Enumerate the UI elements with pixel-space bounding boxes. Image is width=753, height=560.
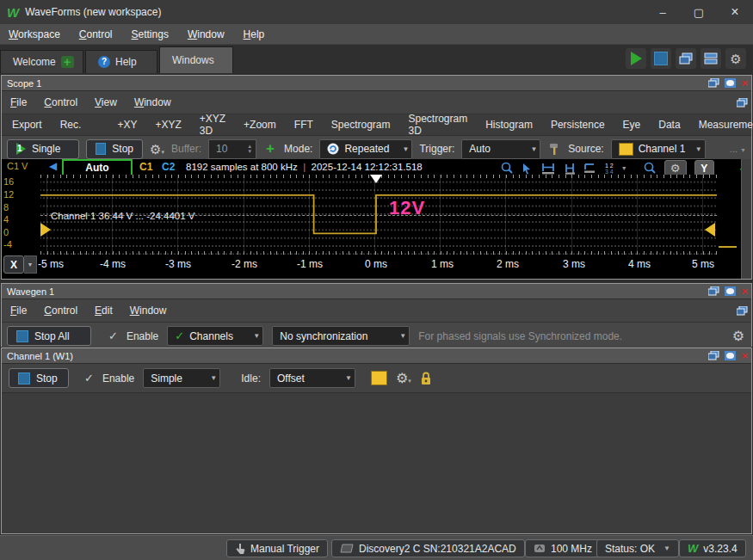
maximize-panel-icon[interactable] bbox=[725, 351, 736, 360]
zoom-fit-icon[interactable] bbox=[501, 162, 514, 175]
menu-help[interactable]: Help bbox=[244, 28, 265, 40]
view-xyz3d[interactable]: +XYZ 3D bbox=[200, 113, 225, 137]
scope-stop-button[interactable]: Stop bbox=[86, 139, 143, 159]
gear-icon: ⚙ bbox=[730, 52, 741, 65]
trigger-dropdown[interactable]: Auto ▼ bbox=[461, 139, 540, 159]
wavegen-menu-file[interactable]: File bbox=[10, 305, 27, 317]
enable-checkbox[interactable]: ✓ bbox=[108, 329, 118, 342]
run-all-button[interactable] bbox=[626, 48, 646, 69]
view-zoom[interactable]: +Zoom bbox=[244, 119, 276, 131]
view-spectrogram[interactable]: Spectrogram bbox=[331, 119, 391, 131]
scope-menu-file[interactable]: File bbox=[10, 96, 27, 108]
tab-windows[interactable]: Windows bbox=[159, 46, 233, 73]
chevron-down-icon[interactable]: ▼ bbox=[621, 165, 627, 171]
app-title: WaveForms (new workspace) bbox=[25, 6, 161, 18]
c2-badge[interactable]: C2 bbox=[162, 161, 175, 173]
view-histogram[interactable]: Histogram bbox=[485, 119, 533, 131]
trigger-settings-hammer-icon[interactable] bbox=[547, 143, 561, 156]
channel-stop-button[interactable]: Stop bbox=[9, 368, 69, 388]
status-button[interactable]: Status: OK ▼ bbox=[596, 539, 679, 557]
wavegen-settings-gear-icon[interactable]: ⚙ bbox=[732, 329, 744, 343]
view-persistence[interactable]: Persistence bbox=[551, 119, 605, 131]
wavegen-menu-window[interactable]: Window bbox=[130, 305, 167, 317]
minimize-icon[interactable]: – bbox=[645, 0, 681, 24]
channel1-color-chip bbox=[619, 143, 633, 156]
spinner-arrows-icon[interactable]: ▲▼ bbox=[244, 144, 256, 154]
undock-icon[interactable] bbox=[708, 78, 719, 88]
mode-dropdown[interactable]: Repeated ▼ bbox=[319, 139, 412, 159]
scope-titlebar[interactable]: Scope 1 × bbox=[2, 76, 751, 91]
view-rec[interactable]: Rec. bbox=[60, 119, 82, 131]
acquisition-gear-icon[interactable]: ⚙▾ bbox=[150, 143, 164, 156]
horizontal-cursors-icon[interactable] bbox=[541, 163, 555, 175]
undock-icon[interactable] bbox=[708, 351, 719, 360]
view-eye[interactable]: Eye bbox=[623, 119, 641, 131]
scope-plot[interactable]: C1 V ◀ Auto C1 C2 8192 samples at 800 kH… bbox=[2, 159, 751, 279]
close-panel-icon[interactable]: × bbox=[741, 286, 748, 297]
view-measurements[interactable]: Measurements bbox=[699, 119, 753, 131]
add-buffer-icon[interactable]: + bbox=[263, 143, 277, 155]
view-xyz[interactable]: +XYZ bbox=[155, 119, 181, 131]
view-fft[interactable]: FFT bbox=[294, 119, 313, 131]
single-button[interactable]: 1 Single bbox=[7, 139, 79, 159]
maximize-panel-icon[interactable] bbox=[725, 78, 736, 88]
device-button[interactable]: Discovery2 C SN:210321A2ACAD bbox=[331, 539, 525, 557]
undock-icon[interactable] bbox=[737, 98, 748, 108]
menu-settings[interactable]: Settings bbox=[132, 28, 169, 40]
back-icon[interactable]: ◀ bbox=[49, 160, 57, 172]
close-panel-icon[interactable]: × bbox=[741, 350, 748, 361]
stop-all-button[interactable] bbox=[651, 48, 671, 69]
channel-settings-gear-icon[interactable]: ⚙▾ bbox=[396, 372, 411, 385]
close-icon[interactable]: × bbox=[717, 0, 753, 24]
source-dropdown[interactable]: Channel 1 ▼ bbox=[611, 139, 706, 159]
trigger-position-marker[interactable] bbox=[370, 175, 382, 183]
view-export[interactable]: Export bbox=[12, 119, 42, 131]
c1-badge[interactable]: C1 bbox=[139, 161, 152, 173]
version-button[interactable]: W v3.23.4 bbox=[679, 539, 746, 557]
view-xy[interactable]: +XY bbox=[117, 119, 137, 131]
trigger-level-marker-right[interactable] bbox=[705, 223, 715, 237]
channels-dropdown[interactable]: ✓ Channels ▼ bbox=[167, 326, 263, 346]
zoom-icon[interactable] bbox=[644, 162, 657, 175]
manual-trigger-button[interactable]: Manual Trigger bbox=[226, 539, 328, 557]
x-axis-button[interactable]: X ▼ bbox=[3, 255, 37, 274]
pointer-cursor-icon[interactable] bbox=[522, 163, 534, 175]
cascade-windows-button[interactable] bbox=[676, 48, 696, 69]
idle-dropdown[interactable]: Offset ▼ bbox=[269, 368, 355, 388]
measure-ruler-icon[interactable] bbox=[583, 163, 597, 175]
menu-control[interactable]: Control bbox=[79, 28, 113, 40]
tab-welcome[interactable]: Welcome + bbox=[0, 50, 83, 73]
close-panel-icon[interactable]: × bbox=[741, 77, 748, 89]
view-spectrogram3d[interactable]: Spectrogram 3D bbox=[409, 113, 468, 137]
wavegen-menu-control[interactable]: Control bbox=[44, 305, 77, 317]
tile-windows-button[interactable] bbox=[701, 48, 721, 69]
channel-enable-checkbox[interactable]: ✓ bbox=[84, 372, 94, 385]
view-data[interactable]: Data bbox=[658, 119, 680, 131]
more-options-icon[interactable]: ... ▼ bbox=[730, 144, 746, 154]
lock-icon[interactable] bbox=[420, 372, 432, 385]
menu-workspace[interactable]: Workspace bbox=[9, 28, 60, 40]
sync-dropdown[interactable]: No synchronization ▼ bbox=[272, 326, 410, 346]
scope-menu-view[interactable]: View bbox=[95, 96, 117, 108]
scope-menu-control[interactable]: Control bbox=[44, 96, 77, 108]
maximize-icon[interactable]: ▢ bbox=[681, 0, 717, 24]
quad-view-icon[interactable]: 1 23 4 bbox=[605, 163, 614, 175]
scope-canvas[interactable]: Channel 1 36.44 V ... -24.4401 V 12V bbox=[40, 175, 717, 255]
tab-help[interactable]: ? Help bbox=[85, 50, 157, 73]
scope-menu-window[interactable]: Window bbox=[134, 96, 171, 108]
generator-mode-dropdown[interactable]: Simple ▼ bbox=[143, 368, 220, 388]
channel-titlebar[interactable]: Channel 1 (W1) × bbox=[2, 348, 751, 364]
undock-icon[interactable] bbox=[708, 286, 719, 296]
channel-offset-marker-left[interactable] bbox=[40, 223, 51, 237]
maximize-panel-icon[interactable] bbox=[725, 286, 736, 296]
channel-color-chip[interactable] bbox=[371, 371, 387, 385]
stop-all-button[interactable]: Stop All bbox=[7, 326, 91, 346]
menu-window[interactable]: Window bbox=[188, 28, 225, 40]
wavegen-titlebar[interactable]: Wavegen 1 × bbox=[2, 284, 751, 299]
wavegen-menu-edit[interactable]: Edit bbox=[95, 305, 113, 317]
undock-icon[interactable] bbox=[737, 306, 748, 316]
buffer-spinner[interactable]: 10 ▲▼ bbox=[208, 139, 256, 159]
options-button[interactable]: ⚙ bbox=[725, 48, 746, 69]
vertical-cursors-icon[interactable] bbox=[563, 163, 576, 175]
add-instrument-icon[interactable]: + bbox=[61, 56, 74, 68]
